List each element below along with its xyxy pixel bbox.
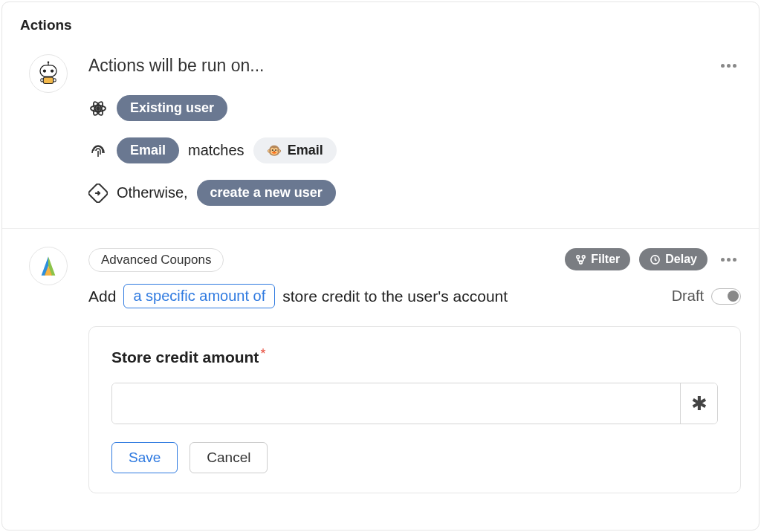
store-credit-label: Store credit amount xyxy=(111,348,259,366)
svg-point-4 xyxy=(51,69,54,72)
filter-label: Filter xyxy=(591,253,620,266)
delay-label: Delay xyxy=(665,253,697,266)
svg-rect-6 xyxy=(41,79,43,82)
store-credit-input[interactable] xyxy=(112,383,680,424)
trigger-heading: Actions will be run on... xyxy=(88,56,265,76)
robot-icon xyxy=(36,61,61,86)
matches-text: matches xyxy=(188,142,245,159)
robot-avatar xyxy=(29,54,68,93)
clock-icon xyxy=(650,254,661,265)
svg-rect-2 xyxy=(40,65,56,77)
condition-row-target: Existing user xyxy=(88,95,741,121)
email-source-pill[interactable]: 🐵 Email xyxy=(253,137,337,163)
trigger-block: Actions will be run on... Existing user xyxy=(2,44,759,228)
svg-point-14 xyxy=(583,255,586,258)
action-sentence: Add a specific amount of store credit to… xyxy=(88,284,508,308)
form-card: Store credit amount* ✱ Save Cancel xyxy=(88,326,741,493)
draft-toggle[interactable] xyxy=(711,288,741,305)
existing-user-pill[interactable]: Existing user xyxy=(117,95,227,121)
svg-point-3 xyxy=(43,69,46,72)
branch-icon xyxy=(575,254,586,265)
amount-type-selector[interactable]: a specific amount of xyxy=(123,284,275,308)
route-icon xyxy=(88,184,108,203)
field-label-row: Store credit amount* xyxy=(111,346,718,366)
advanced-coupons-avatar xyxy=(29,247,68,285)
condition-row-match: Email matches 🐵 Email xyxy=(88,137,741,163)
cancel-button[interactable]: Cancel xyxy=(190,442,268,473)
advanced-coupons-icon xyxy=(36,253,61,279)
source-emoji-icon: 🐵 xyxy=(267,143,282,158)
create-user-pill[interactable]: create a new user xyxy=(197,180,336,206)
draft-label: Draft xyxy=(672,288,704,305)
action-step-block: Advanced Coupons Filter Delay xyxy=(2,229,759,508)
integration-tag[interactable]: Advanced Coupons xyxy=(88,248,224,272)
required-indicator: * xyxy=(260,346,265,361)
svg-rect-5 xyxy=(43,77,54,84)
svg-point-1 xyxy=(48,61,50,63)
condition-row-otherwise: Otherwise, create a new user xyxy=(88,180,741,206)
trigger-menu-button[interactable] xyxy=(716,59,741,72)
svg-point-13 xyxy=(577,255,580,258)
delay-button[interactable]: Delay xyxy=(639,248,707,270)
svg-rect-7 xyxy=(54,79,56,82)
sentence-post: store credit to the user's account xyxy=(282,288,508,305)
atom-icon xyxy=(88,99,108,118)
fingerprint-icon xyxy=(88,141,108,160)
filter-button[interactable]: Filter xyxy=(565,248,630,270)
email-field-pill[interactable]: Email xyxy=(117,137,179,163)
otherwise-text: Otherwise, xyxy=(117,184,188,201)
section-title: Actions xyxy=(2,2,759,44)
sentence-pre: Add xyxy=(88,288,116,305)
asterisk-icon: ✱ xyxy=(691,392,707,415)
action-menu-button[interactable] xyxy=(716,253,741,266)
store-credit-input-group: ✱ xyxy=(111,383,718,424)
svg-point-11 xyxy=(97,107,100,110)
save-button[interactable]: Save xyxy=(111,442,178,473)
email-source-label: Email xyxy=(288,143,323,158)
variable-picker-button[interactable]: ✱ xyxy=(680,383,717,424)
